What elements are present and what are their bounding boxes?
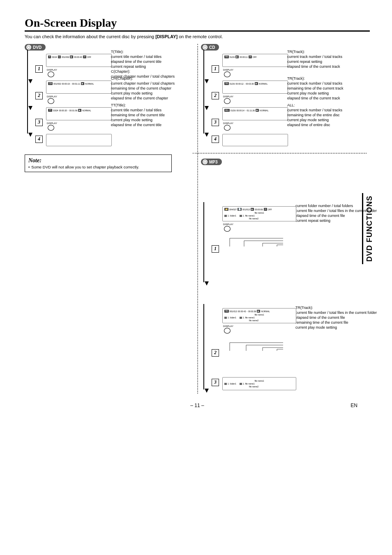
mp3-step-1: 1 current folder number / total folders …: [201, 206, 367, 268]
callouts: current folder number / total folders cu…: [295, 204, 378, 223]
step-number: 1: [35, 65, 43, 73]
step-number: 2: [212, 92, 219, 99]
display-button-icon: [224, 328, 231, 334]
display-button-icon: [48, 71, 54, 77]
osd-screen: TT03/24 00:00:20 - 00:01:06 ▶NORMAL: [46, 107, 112, 120]
disc-icon: [203, 159, 208, 164]
osd-screen: T03/24 C001/002 ▶00:00:40 ⟳OFF: [46, 54, 112, 67]
display-button-icon: [48, 98, 54, 104]
note-box: Note: •Some DVD will not allow you to se…: [25, 154, 172, 172]
display-button-icon: [224, 226, 231, 232]
step-number: 3: [35, 119, 43, 126]
step-number: 4: [35, 136, 43, 143]
osd-screen: TR01/26 ▶00:00:11 ⟳OFF: [222, 54, 288, 67]
callouts: TT(Title): current title number / total …: [111, 103, 193, 128]
osd-screen: ALL01/26 00:00:14 - 01:11:26 ▶NORMAL: [222, 107, 288, 120]
osd-screen-mp3: file name1 1. folder1 1. file name1 file…: [222, 377, 296, 390]
step-number: 1: [212, 65, 219, 73]
intro-text: You can check the information about the …: [25, 34, 370, 39]
cd-step-3: 3 ALL01/26 00:00:14 - 01:11:26 ▶NORMAL A…: [201, 107, 367, 131]
display-button-icon: [224, 71, 231, 77]
dvd-step-1: 1 T03/24 C001/002 ▶00:00:40 ⟳OFF T(Title…: [25, 54, 190, 77]
step-number: 2: [212, 349, 219, 357]
osd-screen-blank: [222, 134, 288, 146]
step-number: 2: [35, 92, 43, 99]
cd-step-4: 4: [201, 134, 367, 146]
page-title: On-Screen Display: [25, 16, 370, 32]
mp3-step-3: 3 file name1 1. folder1 1. file name1 fi…: [201, 377, 367, 390]
callouts: TR(Track): current track number / total …: [287, 50, 369, 69]
osd-screen-blank: [46, 134, 112, 146]
step-number: 3: [212, 119, 219, 126]
page-footer: – 11 – EN: [25, 403, 370, 408]
cd-step-2: 2 TR01/26 00:00:12 - 00:03:30 ▶NORMAL TR…: [201, 81, 367, 104]
disc-icon: [203, 45, 208, 50]
mp3-step-2: 2 TR(Track): current file number / total…: [201, 308, 367, 374]
display-button-icon: [48, 125, 54, 131]
osd-screen-mp3: TR001/013 00:00:43 - 00:03:36 ▶NORMAL fi…: [222, 308, 296, 323]
callouts: ALL: current track number / total tracks…: [287, 103, 369, 128]
note-body: Some DVD will not allow you to set chapt…: [31, 165, 139, 169]
note-title: Note:: [28, 157, 168, 164]
osd-screen-mp3: 📁004/027 📄001/013 ▶00:00:06 ⟳OFF file na…: [222, 206, 296, 221]
callouts: CH(Chapter): current chapter number / to…: [111, 76, 193, 101]
step-number: 4: [212, 136, 219, 143]
page-number: – 11 –: [190, 403, 204, 408]
callouts: TR(Track): current track number / total …: [287, 76, 369, 101]
step-number: 1: [212, 245, 219, 253]
column-cd-mp3: CD 1 TR01/26 ▶00:00:11 ⟳OFF TR(Track): c…: [194, 44, 370, 394]
display-button-icon: [224, 125, 231, 131]
callouts: T(Title): current title number / total t…: [111, 50, 193, 79]
dvd-step-3: 3 TT03/24 00:00:20 - 00:01:06 ▶NORMAL TT…: [25, 107, 190, 131]
page-lang: EN: [350, 403, 357, 408]
badge-mp3: MP3: [201, 159, 222, 165]
cd-step-1: 1 TR01/26 ▶00:00:11 ⟳OFF TR(Track): curr…: [201, 54, 367, 77]
osd-screen: CH001/002 00:00:19 - 00:01:11 ▶NORMAL: [46, 81, 112, 94]
display-button-icon: [224, 98, 231, 104]
osd-screen: TR01/26 00:00:12 - 00:03:30 ▶NORMAL: [222, 81, 288, 94]
step-number: 3: [212, 379, 219, 386]
column-dvd: DVD 1 T03/24 C001/002 ▶00:00:40 ⟳OFF T(T…: [25, 44, 194, 394]
dvd-step-4: 4: [25, 134, 190, 146]
callouts: TR(Track): current file number / total f…: [295, 306, 378, 330]
disc-icon: [26, 45, 31, 50]
dvd-step-2: 2 CH001/002 00:00:19 - 00:01:11 ▶NORMAL …: [25, 81, 190, 104]
